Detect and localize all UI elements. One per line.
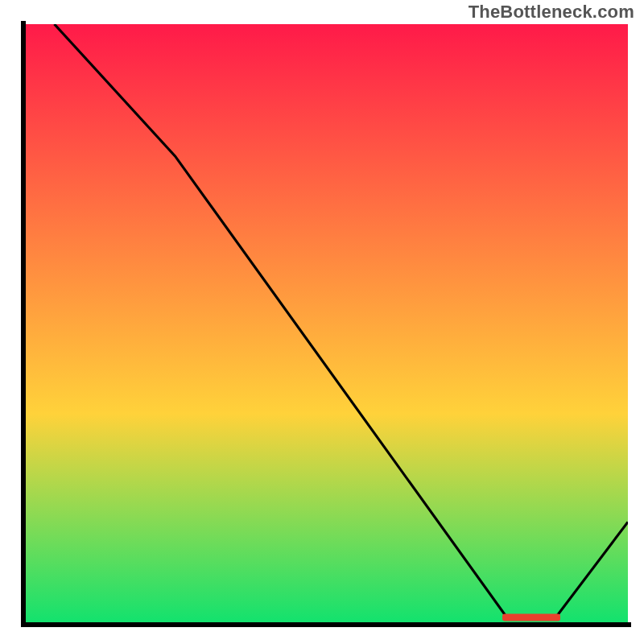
plot-background (24, 24, 628, 624)
axis-bottom-spine (21, 622, 631, 627)
chart-stage: TheBottleneck.com (0, 0, 644, 644)
bottleneck-chart (0, 0, 644, 644)
axis-left-spine (21, 21, 26, 627)
valley-marker (502, 614, 560, 621)
